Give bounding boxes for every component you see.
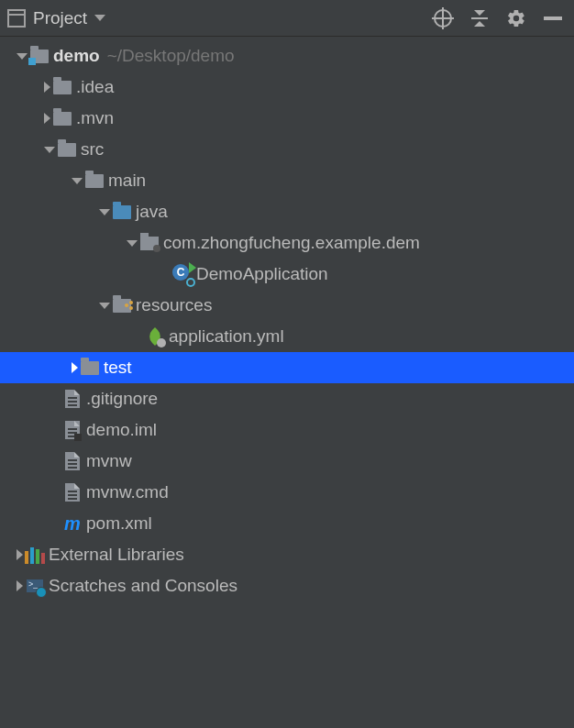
project-tree: demo ~/Desktop/demo .idea .mvn src main … xyxy=(0,37,574,601)
hide-icon[interactable] xyxy=(543,8,563,28)
tree-item-mvnw-cmd[interactable]: mvnw.cmd xyxy=(0,477,574,508)
tree-item-resources[interactable]: resources xyxy=(0,290,574,321)
tree-item-demo-iml[interactable]: demo.iml xyxy=(0,414,574,446)
folder-icon xyxy=(85,174,104,188)
tree-item-gitignore[interactable]: .gitignore xyxy=(0,383,574,414)
source-folder-icon xyxy=(113,205,131,219)
maven-icon: m xyxy=(62,513,83,534)
folder-icon xyxy=(81,361,99,375)
tool-window-title[interactable]: Project xyxy=(33,8,87,28)
collapse-arrow-icon[interactable] xyxy=(72,362,78,373)
tree-item-idea[interactable]: .idea xyxy=(0,72,574,103)
spring-config-icon xyxy=(145,326,165,347)
expand-arrow-icon[interactable] xyxy=(99,303,110,309)
collapse-arrow-icon[interactable] xyxy=(44,113,50,124)
expand-arrow-icon[interactable] xyxy=(44,147,55,153)
folder-icon xyxy=(53,112,72,126)
resources-folder-icon xyxy=(113,299,131,313)
settings-icon[interactable] xyxy=(506,8,526,28)
folder-icon xyxy=(58,143,76,157)
iml-file-icon xyxy=(65,421,80,439)
file-icon xyxy=(65,452,80,470)
tree-item-external-libraries[interactable]: External Libraries xyxy=(0,539,574,570)
tree-item-src[interactable]: src xyxy=(0,134,574,165)
collapse-all-icon[interactable] xyxy=(469,8,490,28)
module-folder-icon xyxy=(30,50,49,63)
locate-icon[interactable] xyxy=(433,8,453,28)
view-mode-dropdown-icon[interactable] xyxy=(94,15,105,21)
tree-item-demo-application[interactable]: C DemoApplication xyxy=(0,259,574,290)
tree-item-scratches[interactable]: Scratches and Consoles xyxy=(0,570,574,601)
expand-arrow-icon[interactable] xyxy=(17,53,28,60)
expand-arrow-icon[interactable] xyxy=(99,209,110,215)
libraries-icon xyxy=(25,546,45,564)
tree-item-pom[interactable]: m pom.xml xyxy=(0,508,574,539)
expand-arrow-icon[interactable] xyxy=(72,178,83,184)
tree-item-mvn[interactable]: .mvn xyxy=(0,103,574,134)
scratches-icon xyxy=(25,576,45,596)
file-icon xyxy=(65,483,80,502)
tree-item-application-yml[interactable]: application.yml xyxy=(0,321,574,352)
package-icon xyxy=(140,237,159,250)
runnable-class-icon: C xyxy=(172,264,193,284)
expand-arrow-icon[interactable] xyxy=(127,240,138,247)
root-name: demo xyxy=(53,46,100,65)
tree-item-package[interactable]: com.zhongfucheng.example.dem xyxy=(0,227,574,259)
tree-item-test[interactable]: test xyxy=(0,352,574,383)
tree-item-java[interactable]: java xyxy=(0,196,574,227)
project-toolbar: Project xyxy=(0,0,574,37)
tree-item-mvnw[interactable]: mvnw xyxy=(0,446,574,477)
folder-icon xyxy=(53,81,72,94)
collapse-arrow-icon[interactable] xyxy=(17,549,23,560)
tree-item-main[interactable]: main xyxy=(0,165,574,196)
collapse-arrow-icon[interactable] xyxy=(17,580,23,591)
collapse-arrow-icon[interactable] xyxy=(44,82,50,93)
tree-item-root[interactable]: demo ~/Desktop/demo xyxy=(0,40,574,72)
root-path: ~/Desktop/demo xyxy=(100,46,235,66)
tool-window-icon xyxy=(7,9,26,28)
file-icon xyxy=(65,390,80,408)
